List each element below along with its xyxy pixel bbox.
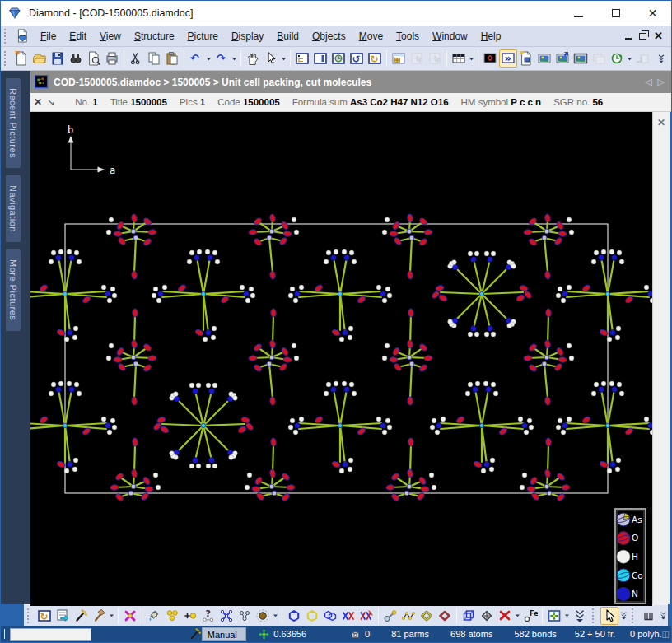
data-sheet-button[interactable] bbox=[390, 49, 408, 68]
copy-button[interactable] bbox=[145, 49, 163, 68]
find-button[interactable] bbox=[67, 49, 85, 68]
toolbar-grip[interactable] bbox=[632, 608, 637, 623]
new-picture-button[interactable]: * bbox=[517, 49, 535, 68]
jump-arrow-icon[interactable]: ↘ bbox=[45, 96, 63, 108]
print-button[interactable] bbox=[103, 49, 121, 68]
navigation-pane-button[interactable] bbox=[293, 49, 311, 68]
coordination-sphere-button[interactable] bbox=[254, 607, 272, 625]
picture-frame-button[interactable] bbox=[572, 49, 590, 68]
menu-file[interactable]: File bbox=[34, 28, 63, 44]
select-dropdown-caret[interactable] bbox=[280, 49, 287, 68]
rebuild-dropdown-caret[interactable] bbox=[108, 607, 115, 625]
maximize-button[interactable] bbox=[597, 1, 634, 26]
toolbar-overflow-button[interactable] bbox=[656, 54, 666, 63]
undo-dropdown-caret[interactable] bbox=[205, 49, 212, 68]
split-view-button[interactable] bbox=[311, 49, 329, 68]
menu-help[interactable]: Help bbox=[474, 28, 508, 44]
prev-picture-arrow-icon[interactable]: ◁ bbox=[645, 77, 653, 86]
complete-fragments-button[interactable] bbox=[236, 607, 254, 625]
toolbar-grip[interactable] bbox=[4, 51, 10, 66]
polygon-red-button[interactable] bbox=[436, 607, 454, 625]
delete-bonds-dropdown-caret[interactable] bbox=[514, 607, 521, 625]
toolbar-grip[interactable] bbox=[27, 608, 33, 623]
cut-button[interactable] bbox=[127, 49, 145, 68]
data-grid-dropdown-caret[interactable] bbox=[468, 49, 475, 68]
destroy-all-button[interactable] bbox=[121, 607, 139, 625]
refresh-view-button[interactable]: ↻ bbox=[366, 49, 384, 68]
measure-tools-button[interactable] bbox=[640, 607, 658, 625]
polygon-yellow-button[interactable] bbox=[418, 607, 436, 625]
menu-build[interactable]: Build bbox=[270, 28, 306, 44]
paste-button[interactable] bbox=[163, 49, 181, 68]
menu-tools[interactable]: Tools bbox=[390, 28, 426, 44]
create-net-button[interactable] bbox=[399, 607, 418, 625]
viewing-direction-dropdown-caret[interactable] bbox=[563, 607, 571, 625]
history-button[interactable] bbox=[608, 49, 626, 68]
delete-bonds-button[interactable] bbox=[496, 607, 514, 625]
next-picture-arrow-icon[interactable]: ▷ bbox=[658, 77, 666, 86]
recent-view-button[interactable] bbox=[329, 49, 348, 68]
menu-window[interactable]: Window bbox=[426, 28, 474, 44]
measure-tools-more-button[interactable] bbox=[658, 607, 668, 625]
close-panel-icon[interactable]: ✕ bbox=[657, 117, 665, 604]
mdi-close-button[interactable]: ✕ bbox=[654, 32, 663, 40]
close-properties-icon[interactable]: ✕ bbox=[30, 96, 45, 108]
demo-mode-button[interactable] bbox=[481, 49, 499, 68]
undo-button[interactable]: ↶ bbox=[187, 49, 205, 68]
add-atom-button[interactable] bbox=[181, 607, 199, 625]
minimize-button[interactable] bbox=[560, 1, 597, 26]
menu-picture[interactable]: Picture bbox=[181, 28, 225, 44]
get-molecules-button[interactable]: ? bbox=[199, 607, 217, 625]
update-picture-button[interactable]: ↻ bbox=[35, 607, 54, 625]
menu-edit[interactable]: Edit bbox=[63, 28, 93, 44]
resize-grip[interactable]: ◫ bbox=[662, 630, 670, 639]
packing-range-button[interactable] bbox=[321, 607, 339, 625]
create-bond-button[interactable] bbox=[381, 607, 399, 625]
edit-atom-button[interactable]: Fe bbox=[521, 607, 539, 625]
close-button[interactable]: ✕ bbox=[634, 1, 671, 26]
toolbar-grip[interactable] bbox=[592, 608, 598, 623]
pan-button[interactable] bbox=[244, 49, 262, 68]
more-tools-button[interactable] bbox=[571, 607, 589, 625]
toolbar-grip[interactable] bbox=[4, 29, 10, 44]
menu-objects[interactable]: Objects bbox=[306, 28, 352, 44]
pointer-mode-more-button[interactable] bbox=[618, 607, 628, 625]
mdi-restore-button[interactable] bbox=[639, 33, 646, 40]
auto-build-button[interactable] bbox=[72, 607, 90, 625]
menu-structure[interactable]: Structure bbox=[128, 28, 181, 44]
save-button[interactable] bbox=[49, 49, 67, 68]
sidebar-tab-navigation[interactable]: Navigation bbox=[6, 175, 21, 242]
menu-move[interactable]: Move bbox=[352, 28, 390, 44]
status-input[interactable] bbox=[10, 628, 91, 641]
cut-bonds-all-button[interactable] bbox=[357, 607, 376, 625]
add-all-atoms-button[interactable] bbox=[163, 607, 181, 625]
move-molecule-button[interactable] bbox=[478, 607, 496, 625]
menu-display[interactable]: Display bbox=[225, 28, 270, 44]
history-dropdown-caret[interactable] bbox=[626, 49, 633, 68]
cut-bonds-button[interactable] bbox=[339, 607, 357, 625]
data-grid-button[interactable] bbox=[450, 49, 468, 68]
picture-series-button[interactable]: » bbox=[499, 49, 517, 68]
menu-view[interactable]: View bbox=[93, 28, 128, 44]
redo-button[interactable]: ↷ bbox=[212, 49, 231, 68]
sidebar-tab-more-pictures[interactable]: More Pictures bbox=[6, 249, 21, 330]
mode-indicator[interactable]: Manual bbox=[202, 627, 247, 641]
restore-view-button[interactable]: ↺ bbox=[348, 49, 366, 68]
connect-atoms-button[interactable] bbox=[217, 607, 236, 625]
viewing-direction-button[interactable] bbox=[545, 607, 563, 625]
assign-data-button[interactable] bbox=[54, 607, 72, 625]
print-preview-button[interactable] bbox=[85, 49, 103, 68]
fill-range-blue-button[interactable] bbox=[285, 607, 303, 625]
coordination-sphere-dropdown-caret[interactable] bbox=[272, 607, 279, 625]
mdi-minimize-button[interactable] bbox=[625, 38, 632, 40]
unit-cell-button[interactable] bbox=[460, 607, 478, 625]
structure-canvas[interactable]: baAsOHCoN bbox=[30, 112, 652, 606]
fill-cell-button[interactable] bbox=[145, 607, 163, 625]
pointer-mode-button[interactable] bbox=[600, 607, 618, 625]
select-button[interactable] bbox=[262, 49, 280, 68]
fill-range-yellow-button[interactable] bbox=[303, 607, 321, 625]
open-button[interactable] bbox=[30, 49, 49, 68]
picture-button[interactable] bbox=[535, 49, 553, 68]
picture-copy-button[interactable] bbox=[553, 49, 572, 68]
new-button[interactable]: * bbox=[12, 49, 30, 68]
